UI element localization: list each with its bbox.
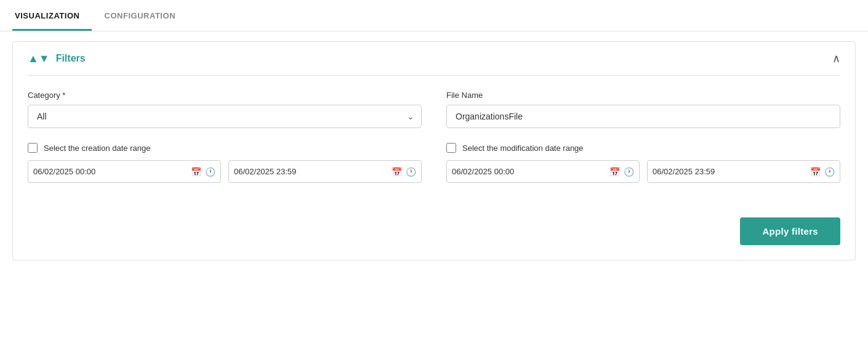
creation-date-inputs: 📅 🕐 📅 🕐	[28, 160, 422, 183]
collapse-icon[interactable]: ∧	[832, 52, 840, 65]
modification-date-checkbox[interactable]	[446, 143, 456, 153]
modification-date-inputs: 📅 🕐 📅 🕐	[446, 160, 840, 183]
clock-icon-2[interactable]: 🕐	[406, 167, 416, 177]
filter-icon: ▲▼	[28, 52, 50, 65]
apply-row: Apply filters	[13, 217, 855, 260]
filters-title-group: ▲▼ Filters	[28, 52, 86, 65]
modification-date-from-wrapper: 📅 🕐	[446, 160, 640, 183]
modification-date-from[interactable]	[452, 161, 606, 182]
category-select[interactable]: All Documents Images Videos	[28, 105, 422, 128]
category-label: Category *	[28, 91, 422, 100]
modification-date-checkbox-label: Select the modification date range	[462, 144, 584, 153]
creation-date-checkbox-row: Select the creation date range	[28, 143, 422, 153]
clock-icon-1[interactable]: 🕐	[205, 167, 215, 177]
creation-date-to-wrapper: 📅 🕐	[228, 160, 422, 183]
apply-filters-button[interactable]: Apply filters	[740, 217, 840, 245]
filter-row-1: Category * All Documents Images Videos ⌄…	[28, 91, 840, 128]
tab-visualization[interactable]: VISUALIZATION	[12, 0, 92, 31]
calendar-icon-4[interactable]: 📅	[810, 167, 821, 177]
creation-date-col: Select the creation date range 📅 🕐 📅 🕐	[28, 143, 422, 183]
clock-icon-3[interactable]: 🕐	[624, 167, 634, 177]
filename-input[interactable]	[446, 105, 840, 128]
tabs-bar: VISUALIZATION CONFIGURATION	[0, 0, 868, 31]
calendar-icon-2[interactable]: 📅	[392, 167, 402, 177]
creation-date-to[interactable]	[234, 161, 388, 182]
tab-configuration[interactable]: CONFIGURATION	[102, 0, 188, 31]
filters-body: Category * All Documents Images Videos ⌄…	[13, 76, 855, 217]
modification-date-to[interactable]	[653, 161, 806, 182]
modification-date-to-wrapper: 📅 🕐	[647, 160, 840, 183]
calendar-icon-1[interactable]: 📅	[191, 167, 201, 177]
creation-date-checkbox[interactable]	[28, 143, 38, 153]
category-select-wrapper: All Documents Images Videos ⌄	[28, 105, 422, 128]
filename-label: File Name	[446, 91, 840, 100]
creation-date-checkbox-label: Select the creation date range	[44, 144, 150, 153]
page-wrapper: VISUALIZATION CONFIGURATION ▲▼ Filters ∧…	[0, 0, 868, 340]
filters-header: ▲▼ Filters ∧	[13, 42, 855, 75]
creation-date-from-wrapper: 📅 🕐	[28, 160, 221, 183]
modification-date-checkbox-row: Select the modification date range	[446, 143, 840, 153]
clock-icon-4[interactable]: 🕐	[824, 167, 835, 177]
modification-date-col: Select the modification date range 📅 🕐 📅…	[446, 143, 840, 183]
filename-col: File Name	[446, 91, 840, 128]
calendar-icon-3[interactable]: 📅	[609, 167, 620, 177]
filters-card: ▲▼ Filters ∧ Category * All Documents Im…	[12, 41, 856, 261]
filter-row-2: Select the creation date range 📅 🕐 📅 🕐	[28, 143, 840, 183]
category-col: Category * All Documents Images Videos ⌄	[28, 91, 422, 128]
creation-date-from[interactable]	[33, 161, 187, 182]
filters-title: Filters	[56, 53, 86, 64]
